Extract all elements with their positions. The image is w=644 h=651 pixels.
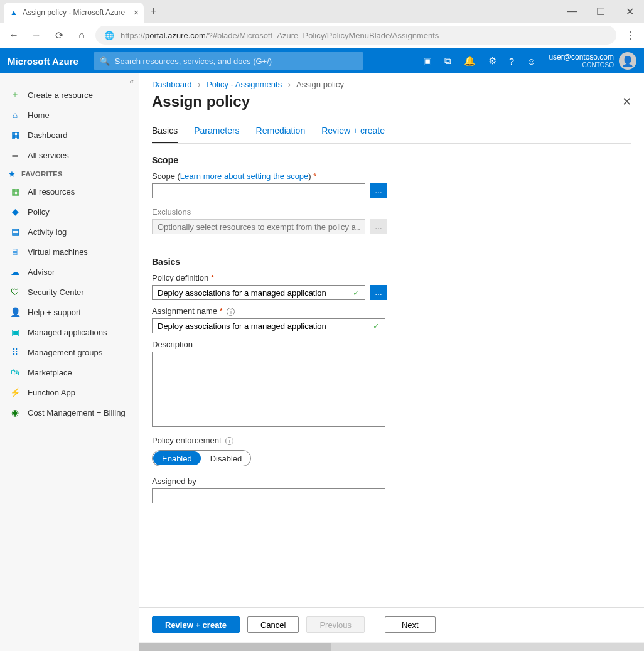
forward-button[interactable]: → [28, 26, 45, 44]
close-window-button[interactable]: ✕ [615, 0, 644, 23]
url-bar[interactable]: 🌐 https://portal.azure.com/?#blade/Micro… [95, 26, 616, 45]
tab-parameters[interactable]: Parameters [194, 119, 239, 143]
sidebar-item-advisor[interactable]: ☁Advisor [0, 262, 139, 282]
exclusions-label: Exclusions [152, 207, 631, 217]
notifications-icon[interactable]: 🔔 [464, 55, 476, 67]
page-header: Assign policy ✕ [139, 93, 644, 119]
sidebar-item-management-groups[interactable]: ⠿Management groups [0, 342, 139, 362]
horizontal-scrollbar[interactable] [139, 642, 644, 651]
sidebar-item-create-resource[interactable]: ＋Create a resource [0, 85, 139, 105]
sidebar-item-policy[interactable]: ◆Policy [0, 202, 139, 222]
policy-enforcement-toggle[interactable]: Enabled Disabled [152, 450, 251, 466]
toggle-enabled[interactable]: Enabled [153, 451, 201, 465]
list-icon: ≣ [10, 150, 20, 160]
search-icon: 🔍 [100, 56, 110, 66]
sidebar-item-security-center[interactable]: 🛡Security Center [0, 282, 139, 302]
assignment-name-label: Assignment name * i [152, 306, 631, 316]
scope-input[interactable] [152, 183, 365, 198]
sidebar-item-cost-management[interactable]: ◉Cost Management + Billing [0, 402, 139, 422]
sidebar-item-label: Dashboard [28, 131, 68, 140]
sidebar-item-label: Marketplace [28, 368, 72, 377]
help-icon[interactable]: ? [509, 56, 514, 67]
assigned-by-input[interactable] [152, 488, 385, 503]
sidebar-item-help-support[interactable]: 👤Help + support [0, 302, 139, 322]
exclusions-picker-button[interactable]: … [370, 219, 387, 234]
sidebar-item-label: Security Center [28, 288, 84, 297]
azure-top-bar: Microsoft Azure 🔍 Search resources, serv… [0, 48, 644, 73]
description-textarea[interactable] [152, 352, 385, 427]
content-area: Basics Parameters Remediation Review + c… [139, 119, 644, 607]
breadcrumb: Dashboard › Policy - Assignments › Assig… [139, 73, 644, 93]
minimize-button[interactable]: — [557, 0, 586, 23]
azure-logo[interactable]: Microsoft Azure [8, 56, 78, 67]
tab-basics[interactable]: Basics [152, 119, 178, 143]
cloud-shell-icon[interactable]: ▣ [423, 55, 432, 67]
tab-close-icon[interactable]: × [134, 8, 139, 18]
sidebar-collapse-icon[interactable]: « [129, 77, 134, 86]
maximize-button[interactable]: ☐ [586, 0, 615, 23]
sidebar-item-function-app[interactable]: ⚡Function App [0, 382, 139, 402]
home-button[interactable]: ⌂ [73, 26, 90, 44]
scrollbar-thumb[interactable] [139, 643, 331, 651]
chevron-right-icon: › [198, 80, 200, 89]
search-placeholder: Search resources, services, and docs (G+… [115, 56, 272, 66]
check-icon: ✓ [353, 288, 360, 298]
breadcrumb-dashboard[interactable]: Dashboard [152, 80, 192, 89]
new-tab-button[interactable]: + [150, 5, 157, 18]
next-button[interactable]: Next [385, 616, 436, 633]
sidebar-item-home[interactable]: ⌂Home [0, 105, 139, 125]
scope-learn-link[interactable]: Learn more about setting the scope [180, 171, 309, 181]
vm-icon: 🖥 [10, 247, 20, 257]
assignment-name-value: Deploy associations for a managed applic… [158, 321, 326, 331]
user-email: user@contoso.com [549, 53, 614, 62]
feedback-icon[interactable]: ☺ [527, 56, 536, 67]
settings-icon[interactable]: ⚙ [488, 55, 496, 67]
marketplace-icon: 🛍 [10, 367, 20, 377]
sidebar-item-all-resources[interactable]: ▦All resources [0, 181, 139, 202]
exclusions-input[interactable] [152, 219, 365, 234]
sidebar-item-virtual-machines[interactable]: 🖥Virtual machines [0, 242, 139, 262]
check-icon: ✓ [373, 321, 380, 331]
sidebar-item-managed-applications[interactable]: ▣Managed applications [0, 322, 139, 342]
azure-favicon: ▲ [10, 8, 18, 17]
toggle-disabled[interactable]: Disabled [201, 451, 251, 466]
description-label: Description [152, 340, 631, 349]
close-blade-button[interactable]: ✕ [622, 95, 631, 109]
sidebar-item-label: Cost Management + Billing [28, 408, 126, 417]
breadcrumb-current: Assign policy [296, 80, 344, 89]
directory-filter-icon[interactable]: ⧉ [444, 55, 451, 67]
assignment-name-input[interactable]: Deploy associations for a managed applic… [152, 318, 385, 333]
tab-review-create[interactable]: Review + create [321, 119, 385, 143]
sidebar: « ＋Create a resource ⌂Home ▦Dashboard ≣A… [0, 73, 139, 651]
user-avatar[interactable]: 👤 [619, 52, 636, 70]
sidebar-item-dashboard[interactable]: ▦Dashboard [0, 125, 139, 145]
back-button[interactable]: ← [5, 26, 23, 44]
sidebar-item-label: Managed applications [28, 328, 107, 337]
reload-button[interactable]: ⟳ [50, 26, 68, 44]
cancel-button[interactable]: Cancel [247, 616, 299, 633]
sidebar-item-activity-log[interactable]: ▤Activity log [0, 222, 139, 242]
info-icon[interactable]: i [227, 308, 235, 316]
policy-definition-picker-button[interactable]: … [370, 285, 387, 300]
browser-tab[interactable]: ▲ Assign policy - Microsoft Azure × [4, 3, 144, 23]
home-icon: ⌂ [10, 110, 20, 120]
browser-chrome: ▲ Assign policy - Microsoft Azure × + — … [0, 0, 644, 48]
url-bar-row: ← → ⟳ ⌂ 🌐 https://portal.azure.com/?#bla… [0, 23, 644, 48]
azure-search-input[interactable]: 🔍 Search resources, services, and docs (… [94, 52, 363, 70]
info-icon[interactable]: i [225, 437, 233, 445]
review-create-button[interactable]: Review + create [152, 616, 240, 633]
previous-button: Previous [306, 616, 365, 633]
sidebar-item-marketplace[interactable]: 🛍Marketplace [0, 362, 139, 382]
tab-remediation[interactable]: Remediation [256, 119, 306, 143]
managed-app-icon: ▣ [10, 327, 20, 337]
support-icon: 👤 [10, 307, 20, 317]
sidebar-item-all-services[interactable]: ≣All services [0, 145, 139, 165]
browser-menu-button[interactable]: ⋮ [621, 30, 639, 41]
sidebar-item-label: Function App [28, 388, 75, 397]
scope-picker-button[interactable]: … [370, 183, 387, 198]
azure-user-info[interactable]: user@contoso.com CONTOSO [549, 53, 614, 69]
policy-definition-value: Deploy associations for a managed applic… [158, 288, 326, 298]
policy-definition-select[interactable]: Deploy associations for a managed applic… [152, 285, 365, 300]
sidebar-item-label: Create a resource [28, 90, 93, 100]
breadcrumb-policy-assignments[interactable]: Policy - Assignments [207, 80, 282, 89]
